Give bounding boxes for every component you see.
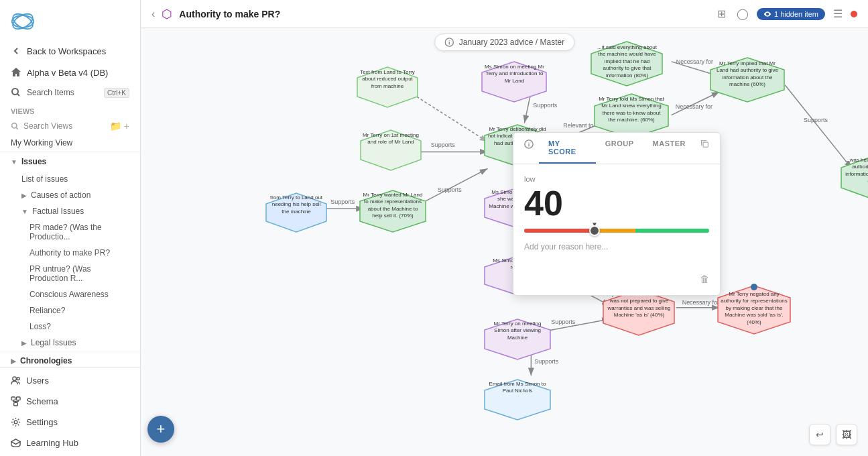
score-info-tab[interactable]	[519, 133, 539, 164]
svg-text:Supports: Supports	[330, 198, 355, 205]
svg-point-54	[751, 284, 757, 290]
my-working-view[interactable]: My Working View	[0, 134, 140, 152]
project-item[interactable]: Alpha v Beta v4 (DB)	[0, 62, 140, 83]
back-to-workspaces[interactable]: Back to Workspaces	[0, 40, 140, 62]
svg-rect-9	[14, 402, 18, 406]
issues-header[interactable]: ▼ Issues	[0, 152, 140, 171]
settings-icon	[11, 417, 21, 427]
issues-section: ▼ Issues List of issues ▶ Causes of acti…	[0, 152, 140, 351]
project-label: Alpha v Beta v4 (DB)	[27, 68, 108, 78]
score-slider-container[interactable]: ▼	[524, 229, 709, 233]
svg-point-2	[11, 11, 35, 32]
my-score-tab[interactable]: MY SCORE	[539, 133, 596, 164]
fi-2: PR untrue? (Was Production R...	[29, 264, 91, 283]
info-icon	[444, 38, 454, 47]
app-logo	[11, 9, 35, 34]
svg-rect-8	[16, 397, 20, 400]
causes-of-action[interactable]: ▶ Causes of action	[0, 187, 140, 203]
undo-btn[interactable]: ↩	[809, 424, 830, 445]
learning-hub-item[interactable]: Learning Hub	[0, 433, 140, 453]
settings-item[interactable]: Settings	[0, 412, 140, 433]
causes-chevron: ▶	[21, 192, 27, 199]
add-fab[interactable]: +	[147, 416, 174, 443]
back-label: Back to Workspaces	[27, 46, 106, 56]
menu-icon[interactable]: ☰	[830, 5, 845, 23]
score-slider-thumb	[589, 225, 600, 236]
node-n8[interactable]: Mr Terry on meeting Simon after viewing …	[481, 318, 554, 361]
hidden-item-badge[interactable]: 1 hidden item	[757, 8, 825, 20]
list-of-issues[interactable]: List of issues	[0, 171, 140, 187]
users-item[interactable]: Users	[0, 370, 140, 391]
factual-issues[interactable]: ▼ Factual Issues	[0, 203, 140, 219]
copy-icon[interactable]	[695, 133, 715, 164]
add-view-icon[interactable]: +	[124, 121, 129, 131]
grid-view-icon[interactable]: ⊞	[715, 5, 729, 23]
factual-item-3[interactable]: Conscious Awareness	[0, 286, 140, 302]
factual-item-0[interactable]: PR made? (Was the Productio...	[0, 219, 140, 245]
schema-item[interactable]: Schema	[0, 391, 140, 412]
search-row[interactable]: Search Items Ctrl+K	[0, 83, 140, 102]
chronologies-section: ▶ Chronologies	[0, 351, 140, 367]
collapse-sidebar-btn[interactable]: ‹	[151, 8, 155, 20]
factual-item-1[interactable]: Authority to make PR?	[0, 245, 140, 261]
legal-label: Legal Issues	[31, 338, 76, 347]
node-n13[interactable]: ...it said everything about the machine …	[588, 40, 666, 87]
score-tabs: MY SCORE GROUP MASTER	[513, 133, 720, 164]
main-area: ‹ ⬡ Authority to make PR? ⊞ ◯ 1 hidden i…	[141, 0, 868, 456]
folder-icon[interactable]: 📁	[110, 121, 121, 131]
master-tab[interactable]: MASTER	[643, 133, 695, 164]
svg-point-6	[17, 378, 19, 380]
back-icon	[11, 46, 21, 56]
views-row: Search Views 📁 +	[0, 118, 140, 134]
node-n1[interactable]: Text from Land to Terry about reduced ou…	[354, 66, 421, 109]
node-n5[interactable]: Mr Terry wanted Mr Land to make represen…	[357, 189, 429, 233]
svg-point-3	[12, 89, 18, 95]
image-btn[interactable]: 🖼	[836, 424, 857, 445]
search-icon	[11, 87, 21, 98]
factual-item-5[interactable]: Loss?	[0, 319, 140, 335]
chronologies-header[interactable]: ▶ Chronologies	[0, 351, 140, 367]
schema-icon	[11, 396, 21, 406]
search-shortcut: Ctrl+K	[104, 88, 129, 98]
node-n16[interactable]: ...was held out as having authority to g…	[838, 154, 868, 201]
svg-text:Supports: Supports	[431, 141, 455, 148]
sidebar-bottom: Users Schema Settings Learning Hub	[0, 367, 140, 456]
learning-icon	[11, 438, 21, 448]
svg-rect-58	[703, 142, 708, 147]
page-title: Authority to make PR?	[179, 9, 280, 19]
node-n15[interactable]: Mr Terry negated any authority for repre…	[715, 284, 794, 335]
factual-item-2[interactable]: PR untrue? (Was Production R...	[0, 261, 140, 286]
svg-point-4	[12, 123, 17, 127]
sidebar-tree: ▼ Issues List of issues ▶ Causes of acti…	[0, 152, 140, 367]
canvas-area[interactable]: January 2023 advice / Master Supports Su…	[141, 28, 868, 456]
node-n2[interactable]: Ms Simon on meeting Mr Terry and introdu…	[479, 60, 550, 103]
legal-issues[interactable]: ▶ Legal Issues	[0, 335, 140, 351]
person-icon[interactable]: ◯	[734, 5, 751, 23]
topbar: ‹ ⬡ Authority to make PR? ⊞ ◯ 1 hidden i…	[141, 0, 868, 28]
factual-label: Factual Issues	[32, 207, 84, 216]
svg-text:Relevant to: Relevant to	[563, 122, 593, 129]
node-n9[interactable]: Email from Ms Simon to Paul Nichols	[481, 378, 554, 421]
issues-chevron: ▼	[11, 158, 17, 166]
svg-point-0	[12, 15, 34, 27]
node-n12[interactable]: Mr Terry implied that Mr Land had author…	[707, 56, 788, 103]
breadcrumb: January 2023 advice / Master	[434, 34, 574, 51]
fi-3: Conscious Awareness	[29, 290, 109, 299]
group-tab[interactable]: GROUP	[596, 133, 643, 164]
issues-label: Issues	[21, 157, 46, 166]
settings-label: Settings	[26, 417, 58, 427]
chron-chevron: ▶	[11, 357, 16, 365]
fi-5: Loss?	[29, 322, 51, 331]
logo-area	[0, 0, 140, 40]
fi-0: PR made? (Was the Productio...	[29, 223, 102, 241]
fi-1: Authority to make PR?	[29, 248, 110, 258]
causes-label: Causes of action	[31, 190, 90, 200]
reason-textarea[interactable]: Add your reason here...	[524, 242, 709, 266]
users-icon	[11, 376, 21, 386]
node-n3[interactable]: Mr Terry on 1st meeting and role of Mr L…	[357, 129, 424, 172]
delete-icon[interactable]: 🗑	[700, 274, 709, 284]
factual-item-4[interactable]: Reliance?	[0, 302, 140, 319]
node-n10[interactable]: from Terry to Land out needing his help …	[263, 192, 330, 233]
schema-label: Schema	[26, 396, 58, 406]
factual-chevron: ▼	[21, 208, 28, 215]
